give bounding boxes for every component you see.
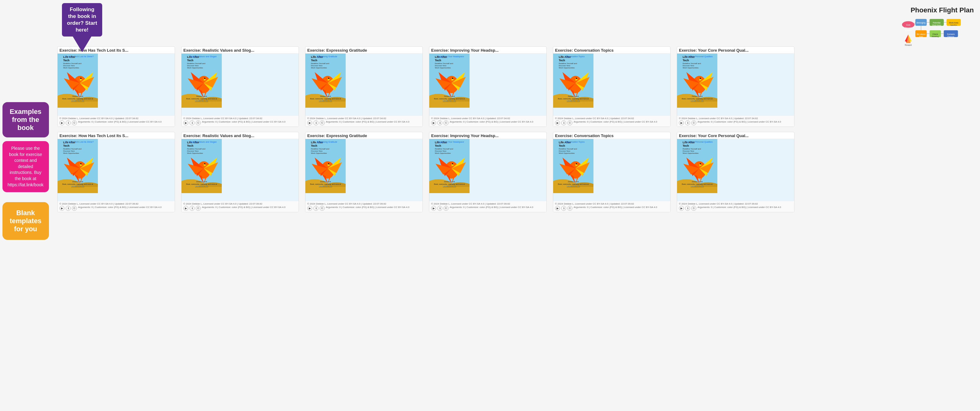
play-icon[interactable]: ▶ <box>679 121 684 125</box>
svg-text:Tech: Tech <box>311 59 317 62</box>
info-icon[interactable]: ℹ <box>685 206 690 211</box>
card-thumbnail: Life After Tech Redefine Yourself and Di… <box>57 139 175 201</box>
card-icons: ▶ ℹ © Arguments: 0 | Customize: color (F… <box>431 206 544 211</box>
exercise-card[interactable]: Exercise: How Has Tech Lost Its S... Lif… <box>57 132 175 212</box>
copyright-icon: © <box>568 206 573 211</box>
card-footer: © 2024 Debbie L, Licensed under CC BY-SA… <box>181 201 299 212</box>
svg-text:Qualities: Qualities <box>905 29 912 31</box>
page-wrapper: Following the book in order? Start here!… <box>0 0 980 411</box>
svg-text:Modeling: Modeling <box>932 36 939 37</box>
svg-text:Book, community, coaching, and: Book, community, coaching, and more at <box>682 98 713 100</box>
card-footer: © 2024 Debbie L, Licensed under CC BY-SA… <box>677 116 794 127</box>
svg-text:Tech: Tech <box>435 59 441 62</box>
copyright-icon: © <box>320 206 325 211</box>
svg-text:Book, community, coaching, and: Book, community, coaching, and more at <box>558 98 589 100</box>
svg-point-100 <box>328 78 329 79</box>
info-icon[interactable]: ℹ <box>685 121 690 125</box>
svg-text:Tech: Tech <box>187 144 193 147</box>
card-footer: © 2024 Debbie L, Licensed under CC BY-SA… <box>57 116 175 127</box>
card-detail-text: Arguments: 0 | Customize: color (FG) & B… <box>697 121 781 125</box>
exercise-card[interactable]: Exercise: Your Core Personal Qual... Lif… <box>677 132 794 212</box>
svg-text:Discover New: Discover New <box>682 150 694 152</box>
card-footer: © 2024 Debbie L, Licensed under CC BY-SA… <box>429 201 546 212</box>
play-icon[interactable]: ▶ <box>183 121 188 125</box>
svg-rect-328 <box>677 187 718 193</box>
svg-text:Work Opportunities: Work Opportunities <box>311 67 327 69</box>
exercise-card[interactable]: Exercise: Improving Your Headsp... Life … <box>429 132 547 212</box>
play-icon[interactable]: ▶ <box>59 206 64 211</box>
card-meta: © 2024 Debbie L, Licensed under CC BY-SA… <box>307 117 421 120</box>
svg-text:LifeAfterTech.info: LifeAfterTech.info <box>319 186 332 187</box>
exercise-card[interactable]: Exercise: Expressing Gratitude Life Afte… <box>305 46 423 127</box>
exercise-card[interactable]: Exercise: How Has Tech Lost Its S... Lif… <box>57 46 175 127</box>
exercise-card[interactable]: Exercise: Expressing Gratitude Life Afte… <box>305 132 423 212</box>
exercise-card[interactable]: Exercise: Conversation Topics Life After… <box>553 132 671 212</box>
arrow-label: Following the book in order? Start here! <box>62 3 102 36</box>
exercise-card[interactable]: Exercise: Realistic Values and Slog... L… <box>181 46 299 127</box>
info-icon[interactable]: ℹ <box>561 121 566 125</box>
card-detail-text: Arguments: 0 | Customize: color (FG) & B… <box>574 206 657 211</box>
play-icon[interactable]: ▶ <box>183 206 188 211</box>
card-meta-text: © 2024 Debbie L, Licensed under CC BY-SA… <box>431 117 510 120</box>
svg-text:Debbie Levitt: Debbie Levitt <box>692 95 703 97</box>
card-meta-text: © 2024 Debbie L, Licensed under CC BY-SA… <box>679 202 758 205</box>
examples-row: Exercise: How Has Tech Lost Its S... Lif… <box>57 46 974 127</box>
svg-point-300 <box>576 163 577 164</box>
card-footer: © 2024 Debbie L, Licensed under CC BY-SA… <box>57 201 175 212</box>
svg-rect-303 <box>553 187 593 193</box>
warning-label: Please use the book for exercise context… <box>3 141 49 192</box>
info-icon[interactable]: ℹ <box>313 206 318 211</box>
card-icons: ▶ ℹ © Arguments: 0 | Customize: color (F… <box>679 206 792 211</box>
svg-text:Book, community, coaching, and: Book, community, coaching, and more at <box>310 98 341 100</box>
svg-text:Tech: Tech <box>187 59 193 62</box>
svg-text:Discover New: Discover New <box>682 65 694 67</box>
info-icon[interactable]: ℹ <box>189 206 194 211</box>
info-icon[interactable]: ℹ <box>438 206 442 211</box>
exercise-card[interactable]: Exercise: Improving Your Headsp... Life … <box>429 46 547 127</box>
card-meta: © 2024 Debbie L, Licensed under CC BY-SA… <box>183 117 297 120</box>
copyright-icon: © <box>72 206 77 211</box>
card-title: Exercise: Improving Your Headsp... <box>429 132 546 139</box>
svg-text:Discover New: Discover New <box>435 65 447 67</box>
card-footer: © 2024 Debbie L, Licensed under CC BY-SA… <box>181 116 299 127</box>
card-meta-text: © 2024 Debbie L, Licensed under CC BY-SA… <box>431 202 510 205</box>
exercise-card[interactable]: Exercise: Conversation Topics Life After… <box>553 46 671 127</box>
card-meta: © 2024 Debbie L, Licensed under CC BY-SA… <box>555 117 668 120</box>
card-footer: © 2024 Debbie L, Licensed under CC BY-SA… <box>305 116 423 127</box>
card-meta-text: © 2024 Debbie L, Licensed under CC BY-SA… <box>59 202 138 205</box>
play-icon[interactable]: ▶ <box>555 121 560 125</box>
play-icon[interactable]: ▶ <box>431 121 436 125</box>
card-meta: © 2024 Debbie L, Licensed under CC BY-SA… <box>679 202 792 205</box>
flight-plan: Phoenix Flight Plan Core Personal Qualit… <box>899 6 974 50</box>
svg-text:Debbie Levitt: Debbie Levitt <box>196 95 207 97</box>
info-icon[interactable]: ℹ <box>66 121 71 125</box>
card-title: Exercise: Expressing Gratitude <box>305 132 423 139</box>
play-icon[interactable]: ▶ <box>307 121 312 125</box>
play-icon[interactable]: ▶ <box>307 206 312 211</box>
svg-text:Planning: Planning <box>948 36 954 37</box>
svg-point-75 <box>204 78 205 79</box>
info-icon[interactable]: ℹ <box>313 121 318 125</box>
play-icon[interactable]: ▶ <box>679 206 684 211</box>
svg-rect-178 <box>677 102 718 108</box>
info-icon[interactable]: ℹ <box>438 121 442 125</box>
svg-point-250 <box>328 163 329 164</box>
svg-text:Your Core Personal Qualities: Your Core Personal Qualities <box>685 141 713 143</box>
exercise-card[interactable]: Exercise: Your Core Personal Qual... Lif… <box>677 46 794 127</box>
play-icon[interactable]: ▶ <box>431 206 436 211</box>
info-icon[interactable]: ℹ <box>66 206 71 211</box>
card-meta-text: © 2024 Debbie L, Licensed under CC BY-SA… <box>679 117 758 120</box>
play-icon[interactable]: ▶ <box>555 206 560 211</box>
info-icon[interactable]: ℹ <box>561 206 566 211</box>
svg-rect-78 <box>181 102 222 108</box>
info-icon[interactable]: ℹ <box>189 121 194 125</box>
svg-text:Redefine Yourself and: Redefine Yourself and <box>311 62 329 64</box>
svg-rect-153 <box>553 102 593 108</box>
svg-point-175 <box>700 78 701 79</box>
play-icon[interactable]: ▶ <box>59 121 64 125</box>
copyright-icon: © <box>320 121 325 125</box>
svg-text:Tech: Tech <box>559 144 565 147</box>
svg-text:Work Areas: Work Areas <box>932 24 941 26</box>
exercise-card[interactable]: Exercise: Realistic Values and Slog... L… <box>181 132 299 212</box>
svg-text:Debbie Levitt: Debbie Levitt <box>196 181 207 182</box>
